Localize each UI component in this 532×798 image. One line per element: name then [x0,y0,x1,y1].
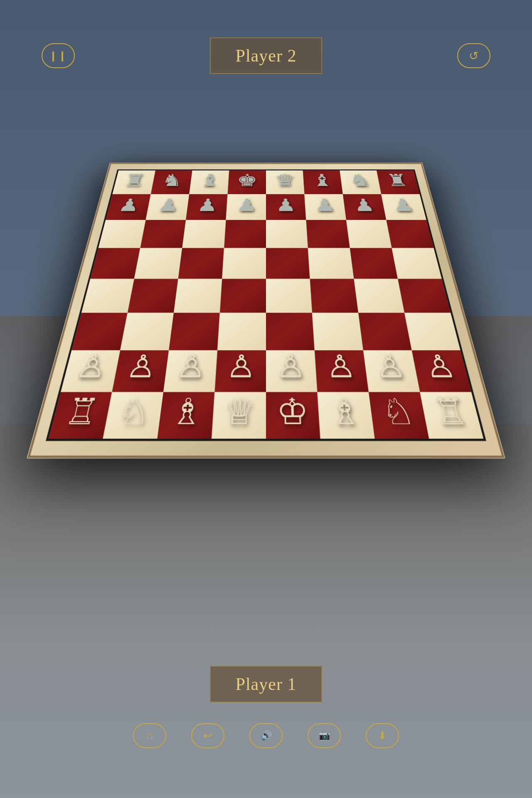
svg-rect-19 [140,220,186,248]
chess-board-svg[interactable]: ♜ ♞ ♝ ♚ ♛ ♝ ♞ ♜ ♟ ♟ ♟ ♟ ♟ ♟ ♟ ♟ [27,163,505,459]
svg-rect-26 [90,248,140,279]
svg-text:♙: ♙ [276,350,307,384]
svg-rect-29 [222,248,266,279]
home-button[interactable]: ⌂ [133,723,166,748]
svg-text:♙: ♙ [225,350,256,384]
svg-rect-49 [404,313,461,350]
svg-rect-28 [178,248,224,279]
svg-text:♙: ♙ [324,350,357,384]
svg-text:♛: ♛ [274,171,296,190]
svg-text:♟: ♟ [314,196,336,215]
svg-text:♟: ♟ [117,196,141,215]
svg-rect-34 [81,279,134,313]
download-icon: ⬇ [378,730,387,741]
svg-rect-37 [220,279,266,313]
svg-rect-45 [217,313,266,350]
svg-text:♟: ♟ [156,196,180,215]
player2-label: Player 2 [210,37,323,74]
svg-text:♔: ♔ [276,392,309,433]
camera-button[interactable]: 📷 [308,723,341,748]
svg-rect-33 [392,248,442,279]
svg-text:♞: ♞ [348,171,372,190]
svg-text:♙: ♙ [175,350,207,384]
svg-text:♚: ♚ [236,171,258,190]
svg-rect-25 [386,220,433,248]
bottom-controls: ⌂ ↩ 🔊 📷 ⬇ [133,723,399,748]
top-controls: ❙❙ Player 2 ↺ [0,37,532,74]
svg-rect-39 [310,279,358,313]
sound-button[interactable]: 🔊 [249,723,283,748]
svg-rect-42 [71,313,128,350]
svg-text:♙: ♙ [373,350,408,384]
svg-text:♜: ♜ [122,171,147,190]
svg-text:♗: ♗ [328,392,363,433]
player1-text: Player 1 [236,675,297,694]
restart-icon: ↺ [469,49,478,63]
svg-text:♟: ♟ [276,196,296,215]
svg-text:♝: ♝ [311,171,334,190]
svg-text:♞: ♞ [160,171,184,190]
svg-text:♗: ♗ [169,392,204,433]
svg-rect-31 [308,248,354,279]
sound-icon: 🔊 [261,730,272,741]
svg-rect-40 [354,279,404,313]
svg-rect-32 [350,248,398,279]
restart-button[interactable]: ↺ [457,43,490,68]
undo-button[interactable]: ↩ [191,723,224,748]
svg-rect-36 [174,279,222,313]
board-container: ♜ ♞ ♝ ♚ ♛ ♝ ♞ ♜ ♟ ♟ ♟ ♟ ♟ ♟ ♟ ♟ [37,75,495,451]
svg-rect-20 [182,220,226,248]
svg-rect-27 [134,248,182,279]
bottom-section: Player 1 ⌂ ↩ 🔊 📷 ⬇ [0,666,532,748]
download-button[interactable]: ⬇ [366,723,399,748]
svg-text:♙: ♙ [124,350,159,384]
svg-rect-44 [169,313,220,350]
svg-rect-21 [224,220,266,248]
svg-rect-22 [266,220,308,248]
player1-label: Player 1 [210,666,323,702]
chess-board-wrapper: ♜ ♞ ♝ ♚ ♛ ♝ ♞ ♜ ♟ ♟ ♟ ♟ ♟ ♟ ♟ ♟ [69,100,463,451]
pause-button[interactable]: ❙❙ [42,43,75,68]
svg-rect-24 [346,220,392,248]
svg-rect-18 [99,220,146,248]
svg-text:♕: ♕ [223,392,256,433]
svg-rect-46 [266,313,315,350]
svg-rect-38 [266,279,312,313]
svg-text:♟: ♟ [236,196,257,215]
camera-icon: 📷 [319,730,330,741]
svg-text:♘: ♘ [115,392,153,433]
svg-rect-48 [358,313,412,350]
svg-rect-47 [312,313,363,350]
svg-text:♝: ♝ [198,171,221,190]
svg-rect-35 [128,279,178,313]
home-icon: ⌂ [146,729,153,742]
svg-rect-23 [306,220,350,248]
player2-text: Player 2 [236,46,297,65]
svg-text:♟: ♟ [196,196,218,215]
pause-icon: ❙❙ [49,50,67,62]
svg-rect-41 [398,279,451,313]
svg-rect-30 [266,248,310,279]
undo-icon: ↩ [203,729,212,742]
svg-text:♟: ♟ [352,196,376,215]
svg-rect-43 [120,313,174,350]
